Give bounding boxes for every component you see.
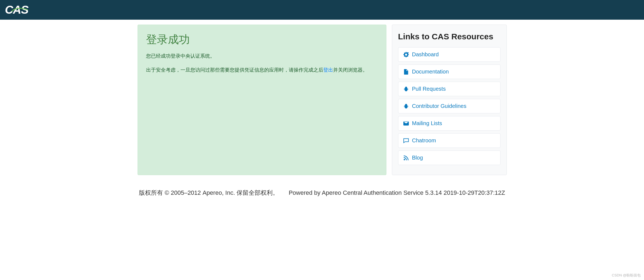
resources-title: Links to CAS Resources bbox=[398, 32, 500, 41]
security-text-post: 并关闭浏览器。 bbox=[333, 67, 368, 73]
success-message-2: 出于安全考虑，一旦您访问过那些需要您提供凭证信息的应用时，请操作完成之后登出并关… bbox=[146, 66, 378, 74]
logout-link[interactable]: 登出 bbox=[323, 67, 333, 73]
resource-link-contributor-guidelines[interactable]: Contributor Guidelines bbox=[412, 103, 467, 109]
resource-link-documentation[interactable]: Documentation bbox=[412, 69, 449, 75]
footer-copyright: 版权所有 © 2005–2012 Apereo, Inc. 保留全部权利。 bbox=[139, 189, 279, 196]
svg-point-1 bbox=[404, 159, 405, 160]
page-footer: 版权所有 © 2005–2012 Apereo, Inc. 保留全部权利。 Po… bbox=[138, 189, 507, 199]
resource-item-blog[interactable]: Blog bbox=[398, 151, 500, 165]
resources-panel: Links to CAS Resources Dashboard Documen… bbox=[392, 25, 507, 175]
svg-point-0 bbox=[407, 52, 409, 54]
security-text-pre: 出于安全考虑，一旦您访问过那些需要您提供凭证信息的应用时，请操作完成之后 bbox=[146, 67, 323, 73]
resource-link-mailing-lists[interactable]: Mailing Lists bbox=[412, 120, 442, 126]
logo-text: CAS bbox=[5, 3, 28, 16]
resource-item-pull-requests[interactable]: Pull Requests bbox=[398, 82, 500, 96]
resource-link-dashboard[interactable]: Dashboard bbox=[412, 51, 439, 58]
success-message-1: 您已经成功登录中央认证系统。 bbox=[146, 52, 378, 60]
top-header: CAS bbox=[0, 0, 644, 20]
bug-icon bbox=[403, 86, 409, 92]
resource-list: Dashboard Documentation Pull Requests Co… bbox=[398, 47, 500, 165]
success-title: 登录成功 bbox=[146, 32, 378, 47]
rss-icon bbox=[403, 155, 409, 161]
bug-icon bbox=[403, 104, 409, 109]
cas-logo: CAS bbox=[5, 3, 28, 16]
resource-item-mailing-lists[interactable]: Mailing Lists bbox=[398, 116, 500, 131]
resource-link-chatroom[interactable]: Chatroom bbox=[412, 137, 436, 144]
chat-icon bbox=[403, 138, 409, 143]
success-panel: 登录成功 您已经成功登录中央认证系统。 出于安全考虑，一旦您访问过那些需要您提供… bbox=[138, 25, 386, 175]
resource-item-documentation[interactable]: Documentation bbox=[398, 64, 500, 79]
file-icon bbox=[403, 69, 409, 75]
dashboard-icon bbox=[403, 52, 409, 57]
resource-item-dashboard[interactable]: Dashboard bbox=[398, 47, 500, 62]
resource-link-pull-requests[interactable]: Pull Requests bbox=[412, 86, 446, 92]
resource-item-contributor-guidelines[interactable]: Contributor Guidelines bbox=[398, 99, 500, 113]
envelope-icon bbox=[403, 121, 409, 126]
footer-powered: Powered by Apereo Central Authentication… bbox=[289, 189, 505, 196]
main-container: 登录成功 您已经成功登录中央认证系统。 出于安全考虑，一旦您访问过那些需要您提供… bbox=[138, 20, 507, 175]
resource-link-blog[interactable]: Blog bbox=[412, 155, 423, 161]
resource-item-chatroom[interactable]: Chatroom bbox=[398, 133, 500, 148]
